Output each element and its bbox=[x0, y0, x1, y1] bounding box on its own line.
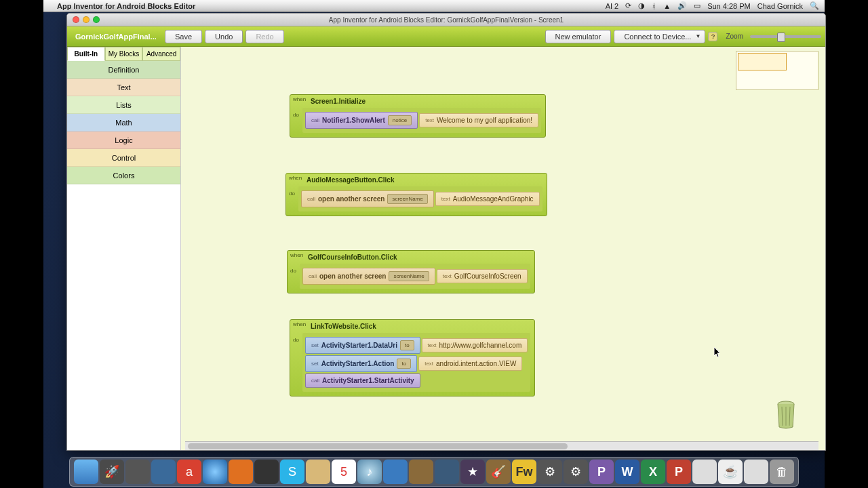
itunes-icon[interactable]: ♪ bbox=[357, 460, 382, 484]
skype-icon[interactable]: S bbox=[280, 460, 304, 484]
blocks-canvas[interactable]: Screen1.Initialize do callNotifier1.Show… bbox=[181, 47, 825, 450]
settings-icon[interactable]: ⚙ bbox=[538, 460, 562, 484]
imovie-icon[interactable]: ★ bbox=[460, 460, 485, 484]
contacts-icon[interactable] bbox=[306, 460, 330, 484]
call-label: open another screen bbox=[319, 272, 386, 280]
camera-icon[interactable] bbox=[254, 460, 279, 484]
socket-label: notice bbox=[388, 115, 412, 125]
call-label: Notifier1.ShowAlert bbox=[322, 117, 385, 124]
event-label: AudioMessageButton.Click bbox=[307, 176, 394, 184]
minimize-icon[interactable] bbox=[83, 16, 90, 23]
connect-device-dropdown[interactable]: Connect to Device... ▼ bbox=[614, 30, 705, 43]
volume-icon[interactable]: 🔊 bbox=[677, 1, 687, 10]
redo-button: Redo bbox=[245, 30, 283, 43]
app-p-icon[interactable]: P bbox=[589, 460, 614, 484]
calculator-icon[interactable] bbox=[692, 460, 717, 484]
java-icon[interactable]: ☕ bbox=[718, 460, 743, 484]
set-label: ActivityStarter1.Action bbox=[321, 360, 395, 367]
garageband-icon[interactable]: 🎸 bbox=[486, 460, 511, 484]
ai-badge: AI 2 bbox=[606, 2, 619, 10]
save-button[interactable]: Save bbox=[165, 30, 202, 43]
horizontal-scrollbar[interactable] bbox=[185, 441, 818, 450]
blocks-editor-window: App Inventor for Android Blocks Editor: … bbox=[66, 13, 826, 451]
zoom-label: Zoom bbox=[726, 33, 743, 40]
launchpad-icon[interactable]: 🚀 bbox=[100, 460, 124, 484]
text-value: AudioMessageAndGraphic bbox=[453, 195, 534, 203]
call-label: open another screen bbox=[318, 195, 384, 203]
tab-builtin[interactable]: Built-In bbox=[67, 47, 105, 61]
set-label: ActivityStarter1.DataUri bbox=[321, 342, 397, 349]
mac-menubar: App Inventor for Android Blocks Editor A… bbox=[43, 0, 825, 12]
tab-advanced[interactable]: Advanced bbox=[142, 47, 180, 61]
trash-icon[interactable] bbox=[774, 400, 798, 430]
calendar-icon[interactable]: 5 bbox=[332, 460, 356, 484]
drawer-definition[interactable]: Definition bbox=[67, 61, 180, 79]
window-title: App Inventor for Android Blocks Editor: … bbox=[329, 16, 564, 24]
finder-icon[interactable] bbox=[74, 460, 98, 484]
quicktime-icon[interactable] bbox=[383, 460, 408, 484]
wifi-icon[interactable]: ▲ bbox=[663, 2, 671, 10]
text-value: Welcome to my golf application! bbox=[437, 117, 532, 124]
new-emulator-button[interactable]: New emulator bbox=[545, 30, 612, 43]
user-name[interactable]: Chad Gornick bbox=[757, 2, 803, 10]
word-icon[interactable]: W bbox=[615, 460, 639, 484]
powerpoint-icon[interactable]: P bbox=[667, 460, 691, 484]
battery-icon[interactable]: ▭ bbox=[694, 1, 701, 10]
app-menu-title[interactable]: App Inventor for Android Blocks Editor bbox=[57, 2, 195, 10]
app-icon[interactable]: a bbox=[177, 460, 201, 484]
drawer-lists[interactable]: Lists bbox=[67, 96, 180, 114]
help-icon[interactable]: ? bbox=[708, 32, 717, 41]
tab-myblocks[interactable]: My Blocks bbox=[105, 47, 143, 61]
doc-icon[interactable] bbox=[744, 460, 768, 484]
text-value: http://www.golfchannel.com bbox=[439, 342, 522, 349]
event-label: LinkToWebsite.Click bbox=[311, 323, 376, 330]
zoom-slider[interactable] bbox=[750, 35, 821, 38]
minimap[interactable] bbox=[736, 51, 818, 90]
socket-label: to bbox=[400, 340, 414, 350]
connect-device-label: Connect to Device... bbox=[624, 33, 691, 41]
socket-label: screenName bbox=[387, 194, 427, 204]
mail-icon[interactable] bbox=[151, 460, 176, 484]
palette: Built-In My Blocks Advanced Definition T… bbox=[67, 47, 181, 450]
close-icon[interactable] bbox=[73, 16, 79, 23]
menu-extra-icon[interactable]: ◑ bbox=[638, 1, 645, 10]
block-screen1-initialize[interactable]: Screen1.Initialize do callNotifier1.Show… bbox=[290, 94, 546, 138]
clock[interactable]: Sun 4:28 PM bbox=[707, 2, 751, 10]
socket-label: to bbox=[397, 359, 411, 369]
text-value: GolfCourseInfoScreen bbox=[454, 272, 521, 280]
text-value: android.intent.action.VIEW bbox=[436, 360, 516, 367]
dock-trash-icon[interactable]: 🗑 bbox=[770, 460, 794, 484]
drawer-math[interactable]: Math bbox=[67, 114, 180, 131]
zoom-icon[interactable] bbox=[93, 16, 100, 23]
safari-icon[interactable] bbox=[203, 460, 227, 484]
drawer-text[interactable]: Text bbox=[67, 79, 180, 96]
dock: 🚀 a S 5 ♪ ★ 🎸 Fw ⚙ ⚙ P W X P ☕ 🗑 bbox=[69, 457, 799, 487]
excel-icon[interactable]: X bbox=[641, 460, 665, 484]
firefox-icon[interactable] bbox=[229, 460, 253, 484]
undo-button[interactable]: Undo bbox=[205, 30, 243, 43]
iphoto-icon[interactable] bbox=[409, 460, 433, 484]
drawer-logic[interactable]: Logic bbox=[67, 131, 180, 149]
window-titlebar[interactable]: App Inventor for Android Blocks Editor: … bbox=[67, 14, 825, 26]
spotlight-icon[interactable]: 🔍 bbox=[810, 1, 819, 10]
drawer-control[interactable]: Control bbox=[67, 149, 180, 167]
drawer-colors[interactable]: Colors bbox=[67, 167, 180, 184]
chevron-down-icon: ▼ bbox=[696, 33, 701, 39]
system-prefs-icon[interactable]: ⚙ bbox=[564, 460, 588, 484]
block-linktowebsite-click[interactable]: LinkToWebsite.Click do setActivityStarte… bbox=[290, 319, 535, 396]
call-label: ActivityStarter1.StartActivity bbox=[322, 377, 414, 384]
earth-icon[interactable] bbox=[435, 460, 459, 484]
fireworks-icon[interactable]: Fw bbox=[512, 460, 536, 484]
bluetooth-icon[interactable]: ᚼ bbox=[652, 2, 656, 10]
project-title: GornickGolfAppFinal... bbox=[71, 33, 162, 41]
block-audiomessage-click[interactable]: AudioMessageButton.Click do callopen ano… bbox=[285, 173, 547, 216]
toolbar: GornickGolfAppFinal... Save Undo Redo Ne… bbox=[67, 26, 825, 47]
event-label: Screen1.Initialize bbox=[311, 98, 366, 105]
sync-icon[interactable]: ⟳ bbox=[625, 1, 631, 10]
block-golfcourseinfo-click[interactable]: GolfCourseInfoButton.Click do callopen a… bbox=[287, 250, 535, 293]
mission-control-icon[interactable] bbox=[125, 460, 150, 484]
socket-label: screenName bbox=[389, 271, 429, 281]
event-label: GolfCourseInfoButton.Click bbox=[308, 253, 397, 261]
